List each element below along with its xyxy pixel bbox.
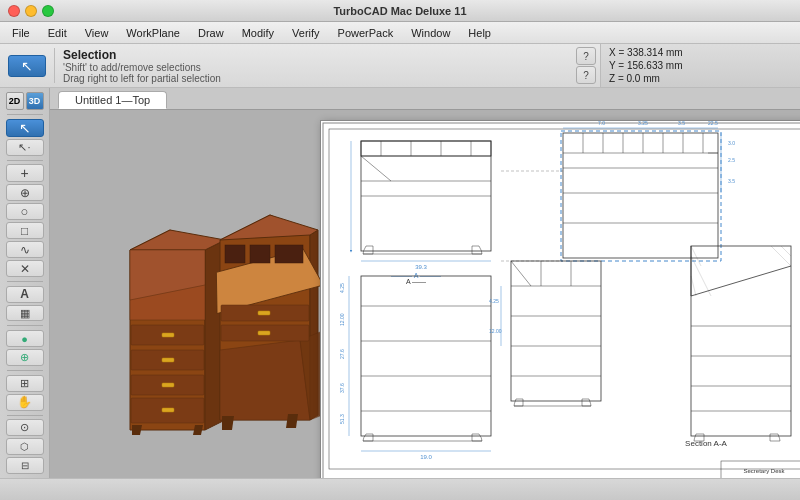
- zoom-fit-tool[interactable]: ⊙: [6, 419, 44, 436]
- svg-text:12.00: 12.00: [339, 313, 345, 326]
- svg-rect-5: [162, 383, 174, 387]
- menu-edit[interactable]: Edit: [40, 25, 75, 41]
- separator-4: [7, 325, 43, 326]
- svg-text:27.6: 27.6: [339, 349, 345, 359]
- main-area: 2D 3D ↖ ↖· + ⊕ ○ □ ∿ ✕ A ▦ ● ⊕ ⊞ ✋ ⊙ ⬡ ⊟…: [0, 88, 800, 478]
- minimize-button[interactable]: [25, 5, 37, 17]
- zoom-tool[interactable]: ⊕: [6, 184, 44, 201]
- svg-text:3.25: 3.25: [638, 121, 648, 126]
- svg-text:3.0: 3.0: [728, 140, 735, 146]
- svg-text:7.0: 7.0: [598, 121, 605, 126]
- svg-text:12.00: 12.00: [489, 328, 502, 334]
- 3d-furniture-views: [110, 190, 320, 478]
- svg-rect-14: [258, 331, 270, 335]
- menu-window[interactable]: Window: [403, 25, 458, 41]
- menu-bar: File Edit View WorkPlane Draw Modify Ver…: [0, 22, 800, 44]
- text-tool[interactable]: A: [6, 286, 44, 303]
- svg-rect-4: [162, 358, 174, 362]
- canvas-tab-top[interactable]: Untitled 1—Top: [58, 91, 167, 109]
- toolbar-question1[interactable]: ?: [576, 47, 596, 65]
- technical-drawing-svg: 39.3 A —— ——— A ———: [321, 121, 800, 478]
- drawing-paper: 39.3 A —— ——— A ———: [320, 120, 800, 478]
- canvas-area: Untitled 1—Top: [50, 88, 800, 478]
- menu-workplane[interactable]: WorkPlane: [118, 25, 188, 41]
- svg-text:39.3: 39.3: [415, 264, 427, 270]
- svg-text:19.0: 19.0: [420, 454, 432, 460]
- pan-tool[interactable]: +: [6, 164, 44, 182]
- svg-rect-7: [162, 408, 174, 412]
- status-bar: [0, 478, 800, 500]
- tool-hint1: 'Shift' to add/remove selections: [63, 62, 564, 73]
- svg-text:——— A ———: ——— A ———: [391, 272, 441, 279]
- select-tool-button[interactable]: ↖: [8, 55, 46, 77]
- menu-draw[interactable]: Draw: [190, 25, 232, 41]
- mode-3d-button[interactable]: 3D: [26, 92, 44, 110]
- canvas[interactable]: 39.3 A —— ——— A ———: [50, 110, 800, 478]
- svg-rect-9: [250, 245, 270, 263]
- menu-view[interactable]: View: [77, 25, 117, 41]
- coords-panel: X = 338.314 mm Y = 156.633 mm Z = 0.0 mm: [600, 44, 800, 87]
- svg-rect-13: [258, 311, 270, 315]
- maximize-button[interactable]: [42, 5, 54, 17]
- svg-rect-8: [225, 245, 245, 263]
- tool-hint2: Drag right to left for partial selection: [63, 73, 564, 84]
- toolbar: ↖ Selection 'Shift' to add/remove select…: [0, 44, 800, 88]
- color-sphere-tool[interactable]: ●: [6, 330, 44, 347]
- curve-tool[interactable]: ∿: [6, 241, 44, 258]
- svg-text:Scale 1:1: Scale 1:1: [754, 477, 775, 478]
- separator-6: [7, 415, 43, 416]
- menu-powerpack[interactable]: PowerPack: [330, 25, 402, 41]
- select-vertex-tool[interactable]: ↖·: [6, 139, 44, 156]
- svg-rect-3: [162, 333, 174, 337]
- coord-z-value: Z = 0.0 mm: [609, 73, 660, 84]
- svg-text:3.5: 3.5: [678, 121, 685, 126]
- svg-text:22.5: 22.5: [708, 121, 718, 126]
- menu-help[interactable]: Help: [460, 25, 499, 41]
- select-arrow-tool[interactable]: ↖: [6, 119, 44, 137]
- furniture-3d-svg: [110, 190, 320, 478]
- mode-2d-button[interactable]: 2D: [6, 92, 24, 110]
- menu-modify[interactable]: Modify: [234, 25, 282, 41]
- svg-rect-10: [275, 245, 303, 263]
- hand-tool[interactable]: ✋: [6, 394, 44, 411]
- svg-text:A ——: A ——: [406, 278, 426, 285]
- cross-tool[interactable]: ✕: [6, 260, 44, 277]
- separator-3: [7, 281, 43, 282]
- hatch-tool[interactable]: ▦: [6, 305, 44, 322]
- svg-text:Secretary Desk: Secretary Desk: [743, 468, 785, 474]
- tool-name-label: Selection: [63, 48, 564, 62]
- grid-tool[interactable]: ⊞: [6, 375, 44, 392]
- separator-2: [7, 160, 43, 161]
- separator-1: [7, 114, 43, 115]
- left-toolbar: 2D 3D ↖ ↖· + ⊕ ○ □ ∿ ✕ A ▦ ● ⊕ ⊞ ✋ ⊙ ⬡ ⊟: [0, 88, 50, 478]
- svg-text:37.6: 37.6: [339, 383, 345, 393]
- coord-x-value: X = 338.314 mm: [609, 47, 683, 58]
- toolbar-status: Selection 'Shift' to add/remove selectio…: [55, 44, 572, 87]
- rectangle-tool[interactable]: □: [6, 222, 44, 239]
- coord-y-value: Y = 156.633 mm: [609, 60, 682, 71]
- coord-z: Z = 0.0 mm: [609, 73, 683, 84]
- coord-x: X = 338.314 mm: [609, 47, 683, 58]
- coord-y: Y = 156.633 mm: [609, 60, 683, 71]
- svg-text:51.3: 51.3: [339, 414, 345, 424]
- svg-text:3.5: 3.5: [728, 178, 735, 184]
- section-label: Section A-A: [685, 439, 727, 448]
- iso-view-tool[interactable]: ⬡: [6, 438, 44, 455]
- separator-5: [7, 370, 43, 371]
- menu-verify[interactable]: Verify: [284, 25, 328, 41]
- canvas-tab-bar: Untitled 1—Top: [50, 88, 800, 110]
- globe-tool[interactable]: ⊕: [6, 349, 44, 366]
- mode-selector: 2D 3D: [6, 92, 44, 110]
- views-tool[interactable]: ⊟: [6, 457, 44, 474]
- circle-tool[interactable]: ○: [6, 203, 44, 220]
- svg-text:4.25: 4.25: [339, 283, 345, 293]
- svg-text:2.5: 2.5: [728, 157, 735, 163]
- toolbar-left: ↖: [0, 44, 54, 87]
- close-button[interactable]: [8, 5, 20, 17]
- title-bar: TurboCAD Mac Deluxe 11: [0, 0, 800, 22]
- menu-file[interactable]: File: [4, 25, 38, 41]
- app-title: TurboCAD Mac Deluxe 11: [333, 5, 466, 17]
- toolbar-question2[interactable]: ?: [576, 66, 596, 84]
- svg-text:4.25: 4.25: [489, 298, 499, 304]
- traffic-lights: [8, 5, 54, 17]
